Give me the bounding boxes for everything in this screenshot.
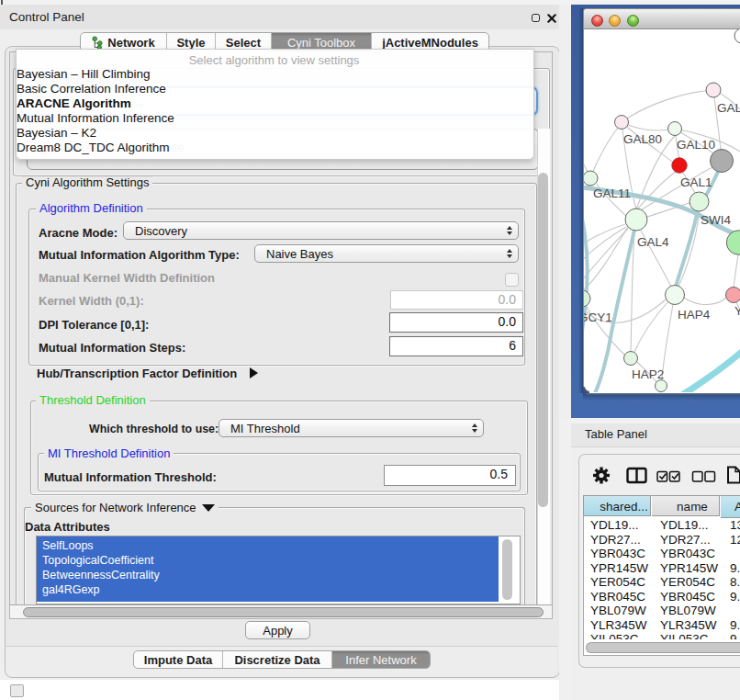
- svg-text:HAP2: HAP2: [632, 367, 664, 381]
- svg-text:GAL1: GAL1: [680, 175, 712, 189]
- svg-text:SWI4: SWI4: [701, 213, 731, 227]
- svg-text:Y: Y: [734, 304, 740, 318]
- svg-text:HAP4: HAP4: [678, 308, 711, 322]
- svg-text:GAL80: GAL80: [623, 132, 662, 146]
- svg-text:GAL7: GAL7: [717, 101, 740, 115]
- svg-text:GAL10: GAL10: [677, 138, 715, 152]
- svg-text:GAL4: GAL4: [637, 235, 669, 249]
- svg-text:GCY1: GCY1: [584, 310, 612, 324]
- svg-text:GAL11: GAL11: [593, 186, 631, 200]
